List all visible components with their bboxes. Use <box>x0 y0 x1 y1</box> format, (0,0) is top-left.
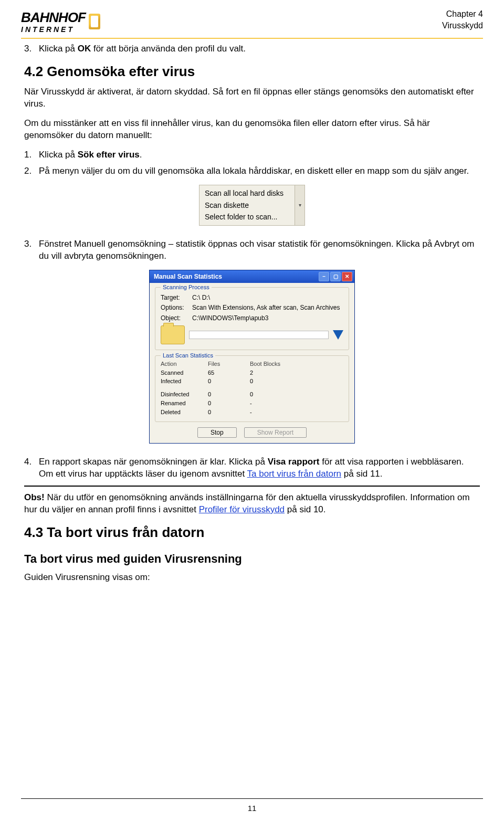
step3-post: för att börja använda den profil du valt… <box>91 44 246 54</box>
step4-post: på sid 11. <box>341 469 382 479</box>
stats-boot: 2 <box>250 369 297 377</box>
stats-files: 0 <box>208 408 250 416</box>
subheading-4-3: Ta bort virus med guiden Virusrensning <box>24 551 480 567</box>
scan-menu-dropdown-arrow-icon[interactable]: ▾ <box>295 185 304 226</box>
section-divider <box>24 486 480 487</box>
page-number: 11 <box>21 798 483 814</box>
stats-files: 65 <box>208 369 250 377</box>
step4-bold: Visa rapport <box>268 457 320 467</box>
stats-boot: - <box>250 399 297 407</box>
scan-menu-option[interactable]: Scan all local hard disks <box>204 187 298 199</box>
group-legend: Last Scan Statistics <box>161 352 215 360</box>
step1-bold: Sök efter virus <box>78 150 140 160</box>
stop-button[interactable]: Stop <box>197 427 237 438</box>
group-legend: Scanning Process <box>161 283 212 291</box>
paragraph-42a: När Virusskydd är aktiverat, är datorn s… <box>24 86 480 110</box>
options-value: Scan With Extensions, Ask after scan, Sc… <box>192 303 343 312</box>
target-label: Target: <box>161 293 192 302</box>
obs-label: Obs! <box>24 492 45 502</box>
stats-boot: 0 <box>250 391 297 398</box>
stats-action: Infected <box>161 377 208 385</box>
list-number: 2. <box>24 165 39 177</box>
list-number: 3. <box>24 43 39 55</box>
header-divider <box>21 38 483 39</box>
logo-icon <box>89 14 100 29</box>
object-label: Object: <box>161 314 192 322</box>
step3-text: Klicka på OK för att börja använda den p… <box>39 43 480 55</box>
logo-main-text: BAHNHOF <box>21 8 86 27</box>
list-number: 1. <box>24 149 39 161</box>
window-titlebar: Manual Scan Statistics – ▢ ✕ <box>150 270 354 283</box>
list-number: 3. <box>24 238 39 250</box>
close-button[interactable]: ✕ <box>342 272 352 281</box>
scanning-process-group: Scanning Process Target:C:\ D:\ Options:… <box>155 287 349 350</box>
manual-scan-window: Manual Scan Statistics – ▢ ✕ Scanning Pr… <box>149 270 355 444</box>
step2-text: På menyn väljer du om du vill genomsöka … <box>39 165 480 177</box>
remove-virus-link[interactable]: Ta bort virus från datorn <box>247 469 342 479</box>
maximize-button[interactable]: ▢ <box>330 272 341 281</box>
options-label: Options: <box>161 303 192 312</box>
heading-4-3: 4.3 Ta bort virus från datorn <box>24 523 480 542</box>
list-number: 4. <box>24 456 39 468</box>
heading-4-2: 4.2 Genomsöka efter virus <box>24 62 480 81</box>
stats-action: Scanned <box>161 369 208 377</box>
last-scan-stats-group: Last Scan Statistics Action Files Boot B… <box>155 355 349 422</box>
stats-action: Renamed <box>161 399 208 407</box>
object-value: C:\WINDOWS\Temp\apub3 <box>192 314 343 322</box>
scan-menu-option[interactable]: Select folder to scan... <box>204 211 298 223</box>
show-report-button[interactable]: Show Report <box>244 427 307 438</box>
step3b-text: Fönstret Manuell genomsökning – statisti… <box>39 238 480 262</box>
stats-header-boot: Boot Blocks <box>250 360 297 368</box>
scan-menu-figure: Scan all local hard disks Scan diskette … <box>199 185 305 226</box>
window-title: Manual Scan Statistics <box>154 272 222 281</box>
stats-files: 0 <box>208 391 250 398</box>
stats-files: 0 <box>208 377 250 385</box>
scan-menu-option[interactable]: Scan diskette <box>204 199 298 212</box>
stats-boot: 0 <box>250 377 297 385</box>
section-label: Virusskydd <box>442 20 483 31</box>
step3-bold: OK <box>78 44 91 54</box>
step1-post: . <box>140 150 142 160</box>
minimize-button[interactable]: – <box>319 272 329 281</box>
stats-action: Disinfected <box>161 391 208 398</box>
step4-pre: En rapport skapas när genomsökningen är … <box>39 457 268 467</box>
chapter-label: Chapter 4 <box>442 8 483 20</box>
stats-files: 0 <box>208 399 250 407</box>
target-value: C:\ D:\ <box>192 293 343 302</box>
step3-pre: Klicka på <box>39 44 78 54</box>
profiles-link[interactable]: Profiler för virusskydd <box>199 504 285 514</box>
obs-post: på sid 10. <box>285 504 326 514</box>
download-arrow-icon <box>333 330 343 340</box>
logo: BAHNHOF INTERNET <box>21 8 100 35</box>
folder-icon <box>161 325 185 344</box>
paragraph-43: Guiden Virusrensning visas om: <box>24 572 480 584</box>
stats-action: Deleted <box>161 408 208 416</box>
obs-paragraph: Obs! När du utför en genomsökning använd… <box>24 492 480 516</box>
step1-pre: Klicka på <box>39 150 78 160</box>
stats-header-action: Action <box>161 360 208 368</box>
progress-bar <box>189 331 329 339</box>
stats-boot: - <box>250 408 297 416</box>
step4-text: En rapport skapas när genomsökningen är … <box>39 456 480 480</box>
stats-header-files: Files <box>208 360 250 368</box>
step1-text: Klicka på Sök efter virus. <box>39 149 480 161</box>
paragraph-42b: Om du misstänker att en viss fil innehål… <box>24 118 480 142</box>
